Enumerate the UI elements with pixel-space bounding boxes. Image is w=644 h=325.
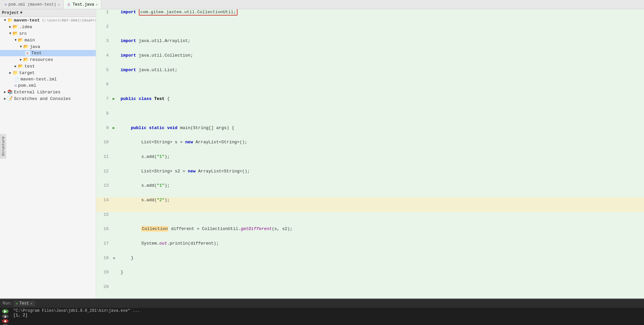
run-output-result: [1, 2] <box>13 313 641 318</box>
line-content <box>119 212 644 226</box>
tree-item-maven-test[interactable]: ▼ 📁 maven-test C:\Users\RBT-0001\IdeaPro… <box>0 17 96 23</box>
line-number: 11 <box>96 154 113 168</box>
tab-test-java[interactable]: c Test.java ✕ <box>64 0 101 9</box>
chevron-down-icon: ▼ <box>9 32 11 35</box>
line-content: public class Test { <box>119 96 644 111</box>
code-line-8: 8 <box>96 111 644 125</box>
tree-item-java[interactable]: ▼ 📂 java <box>0 43 96 50</box>
line-gutter-run[interactable]: ▶ <box>113 96 119 111</box>
line-gutter <box>113 197 119 212</box>
line-number: 14 <box>96 197 113 212</box>
code-line-10: 10 List<String> s = new ArrayList<String… <box>96 139 644 154</box>
code-line-6: 6 <box>96 81 644 96</box>
line-number: 9 <box>96 125 113 140</box>
tree-item-ext-libs[interactable]: ▶ 📚 External Libraries <box>0 89 96 95</box>
chevron-right-icon: ▶ <box>9 71 11 75</box>
run-label: Run: <box>3 301 12 306</box>
line-gutter <box>113 81 119 96</box>
tree-item-test-class[interactable]: c Test <box>0 50 96 56</box>
line-content: } <box>119 255 644 270</box>
line-gutter <box>113 284 119 299</box>
line-content: import java.util.ArrayList; <box>119 38 644 53</box>
line-content: Collection different = CollectionUtil.ge… <box>119 226 644 241</box>
line-number: 13 <box>96 183 113 197</box>
close-run-tab[interactable]: ✕ <box>30 302 32 305</box>
structure-tab[interactable]: Structure <box>0 134 6 159</box>
line-gutter <box>113 24 119 38</box>
line-gutter <box>113 9 119 24</box>
chevron-down-icon: ▼ <box>20 45 22 49</box>
tree-item-scratches[interactable]: ▶ 📝 Scratches and Consoles <box>0 95 96 102</box>
code-line-15: 15 <box>96 212 644 226</box>
folder-icon: 📂 <box>13 24 18 29</box>
xml-file-icon: m <box>5 3 7 7</box>
run-play-button[interactable]: ▶ <box>2 309 9 313</box>
tree-item-resources[interactable]: ▶ 📂 resources <box>0 56 96 63</box>
code-line-16: 16 Collection different = CollectionUtil… <box>96 226 644 241</box>
folder-icon: 📂 <box>18 37 23 43</box>
tree-item-label: resources <box>30 57 53 62</box>
code-line-9: 9 ▶ public static void main(String[] arg… <box>96 125 644 140</box>
line-gutter <box>113 226 119 241</box>
run-arrow-icon[interactable]: ▶ <box>113 97 115 101</box>
sidebar-header: Project ▼ <box>0 9 96 17</box>
line-number: 10 <box>96 139 113 154</box>
line-gutter-run[interactable]: ▶ <box>113 125 119 140</box>
line-number: 1 <box>96 9 113 24</box>
line-gutter <box>113 241 119 255</box>
run-tab-icon: ▶ <box>16 302 18 305</box>
chevron-down-icon: ▼ <box>4 19 6 22</box>
line-number: 5 <box>96 67 113 82</box>
tree-item-test-folder[interactable]: ▶ 📂 test <box>0 63 96 70</box>
tab-pom-xml[interactable]: m pom.xml (maven-test) ✕ <box>1 0 64 9</box>
line-content: import java.util.List; <box>119 67 644 82</box>
code-line-19: 19 } <box>96 269 644 284</box>
line-number: 7 <box>96 96 113 111</box>
code-line-7: 7 ▶ public class Test { <box>96 96 644 111</box>
tree-item-label: maven-test.iml <box>21 77 57 82</box>
run-tab-bar: Run: ▶ Test ✕ <box>0 299 644 308</box>
run-arrow-icon[interactable]: ▶ <box>113 126 115 130</box>
close-test-tab[interactable]: ✕ <box>96 3 98 7</box>
line-number: 8 <box>96 111 113 125</box>
tab-pom-label: pom.xml (maven-test) <box>9 2 56 7</box>
line-number: 4 <box>96 53 113 67</box>
tree-item-target[interactable]: ▶ 📁 target <box>0 70 96 76</box>
line-content: import java.util.Collection; <box>119 53 644 67</box>
folder-icon: 📂 <box>23 57 28 62</box>
tree-item-maven-iml[interactable]: 📄 maven-test.iml <box>0 76 96 82</box>
line-content: List<String> s2 = new ArrayList<String>(… <box>119 168 644 183</box>
run-up-button[interactable]: ▲ <box>2 314 9 318</box>
line-content: s.add("1"); <box>119 154 644 168</box>
tree-item-main[interactable]: ▼ 📂 main <box>0 37 96 43</box>
line-number: 12 <box>96 168 113 183</box>
chevron-down-icon: ▼ <box>20 11 22 15</box>
line-content: } <box>119 269 644 284</box>
chevron-right-icon: ▶ <box>4 97 6 101</box>
tree-item-src[interactable]: ▼ 📂 src <box>0 30 96 37</box>
project-label: Project <box>2 11 19 15</box>
code-lines: 1 import com.gitee.jastee.util.Collectio… <box>96 9 644 299</box>
line-gutter <box>113 168 119 183</box>
code-line-17: 17 System.out.println(different); <box>96 241 644 255</box>
tree-item-idea[interactable]: ▶ 📂 .idea <box>0 23 96 30</box>
code-line-20: 20 <box>96 284 644 299</box>
line-gutter <box>113 154 119 168</box>
code-line-11: 11 s.add("1"); <box>96 154 644 168</box>
code-line-4: 4 import java.util.Collection; <box>96 53 644 67</box>
line-content: s.add("2"); <box>119 197 644 212</box>
code-editor[interactable]: 1 import com.gitee.jastee.util.Collectio… <box>96 9 644 299</box>
chevron-right-icon: ▶ <box>20 58 22 62</box>
java-class-icon: c <box>25 51 30 56</box>
line-gutter-close: ◀ <box>113 255 119 270</box>
tree-item-label: src <box>19 31 27 36</box>
tree-item-pom[interactable]: m pom.xml <box>0 82 96 89</box>
line-content: List<String> s = new ArrayList<String>()… <box>119 139 644 154</box>
code-line-18: 18 ◀ } <box>96 255 644 270</box>
run-output: "C:\Program Files\Java\jdk1.8.0_281\bin\… <box>11 308 644 325</box>
run-tab-test[interactable]: ▶ Test ✕ <box>14 301 35 306</box>
close-pom-tab[interactable]: ✕ <box>58 3 60 7</box>
run-stop-button[interactable]: ■ <box>2 319 9 323</box>
line-number: 19 <box>96 269 113 284</box>
line-number: 6 <box>96 81 113 96</box>
